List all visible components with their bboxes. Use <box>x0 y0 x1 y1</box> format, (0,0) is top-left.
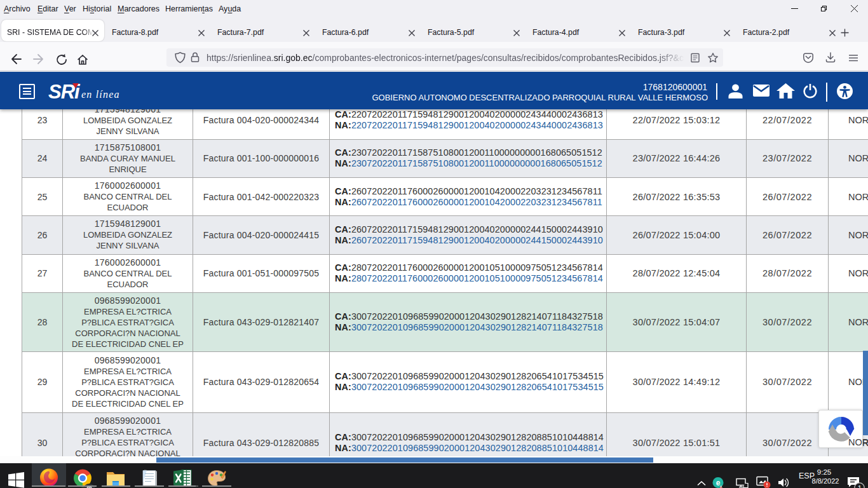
svg-text:1: 1 <box>858 484 862 488</box>
svg-text:e: e <box>716 478 721 487</box>
